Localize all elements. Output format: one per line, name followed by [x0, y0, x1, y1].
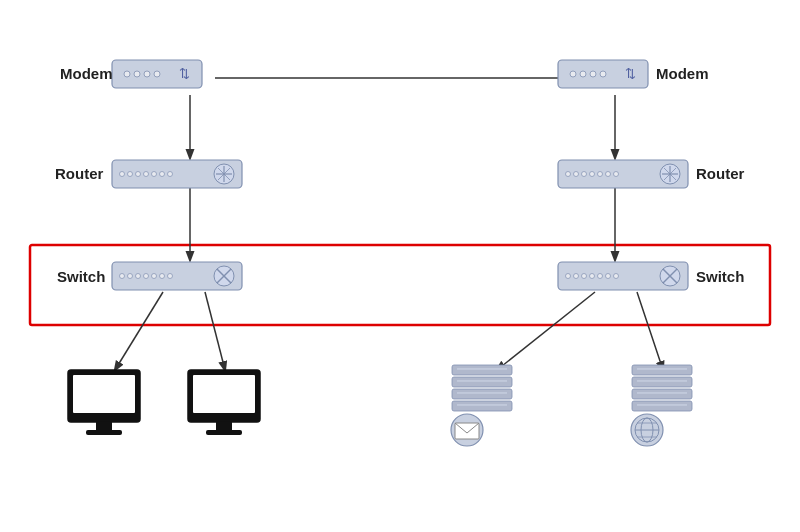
pc1-icon	[68, 370, 140, 435]
left-router-label: Router	[55, 165, 103, 182]
svg-point-9	[590, 71, 596, 77]
server2-icon	[631, 365, 692, 446]
svg-point-54	[598, 274, 603, 279]
svg-point-3	[144, 71, 150, 77]
svg-rect-71	[452, 401, 512, 411]
svg-point-41	[136, 274, 141, 279]
svg-point-18	[160, 172, 165, 177]
svg-point-52	[582, 274, 587, 279]
svg-text:⇅: ⇅	[625, 66, 636, 81]
arrow-left-switch-pc2	[205, 292, 225, 370]
svg-point-14	[128, 172, 133, 177]
svg-point-27	[574, 172, 579, 177]
left-switch-device	[112, 262, 242, 290]
svg-rect-66	[216, 422, 232, 430]
svg-rect-61	[73, 375, 135, 413]
arrow-left-switch-pc1	[115, 292, 163, 370]
svg-rect-63	[86, 430, 122, 435]
svg-point-55	[606, 274, 611, 279]
svg-point-40	[128, 274, 133, 279]
right-switch-device	[558, 262, 688, 290]
svg-rect-79	[632, 377, 692, 387]
svg-rect-69	[452, 377, 512, 387]
svg-rect-81	[632, 401, 692, 411]
svg-point-51	[574, 274, 579, 279]
network-diagram: ⇅ ⇅	[0, 0, 800, 532]
right-modem-label: Modem	[656, 65, 709, 82]
svg-point-2	[134, 71, 140, 77]
svg-point-43	[152, 274, 157, 279]
pc2-icon	[188, 370, 260, 435]
svg-point-17	[152, 172, 157, 177]
svg-point-42	[144, 274, 149, 279]
svg-rect-80	[632, 389, 692, 399]
svg-point-45	[168, 274, 173, 279]
right-router-label: Router	[696, 165, 744, 182]
svg-rect-68	[452, 365, 512, 375]
svg-rect-62	[96, 422, 112, 430]
svg-point-39	[120, 274, 125, 279]
left-modem-label: Modem	[60, 65, 113, 82]
svg-point-16	[144, 172, 149, 177]
svg-point-10	[600, 71, 606, 77]
server1-icon	[451, 365, 512, 446]
svg-rect-78	[632, 365, 692, 375]
svg-point-26	[566, 172, 571, 177]
svg-point-19	[168, 172, 173, 177]
svg-rect-67	[206, 430, 242, 435]
svg-point-1	[124, 71, 130, 77]
svg-point-31	[606, 172, 611, 177]
svg-rect-65	[193, 375, 255, 413]
svg-point-30	[598, 172, 603, 177]
svg-point-29	[590, 172, 595, 177]
svg-point-13	[120, 172, 125, 177]
svg-point-7	[570, 71, 576, 77]
right-modem-device: ⇅	[558, 60, 648, 88]
left-modem-device: ⇅	[112, 60, 202, 88]
svg-point-4	[154, 71, 160, 77]
right-router-device	[558, 160, 688, 188]
svg-rect-70	[452, 389, 512, 399]
svg-point-32	[614, 172, 619, 177]
diagram-svg: ⇅ ⇅	[0, 0, 800, 532]
left-router-device	[112, 160, 242, 188]
svg-point-53	[590, 274, 595, 279]
svg-point-15	[136, 172, 141, 177]
svg-point-50	[566, 274, 571, 279]
left-switch-label: Switch	[57, 268, 105, 285]
svg-text:⇅: ⇅	[179, 66, 190, 81]
svg-point-44	[160, 274, 165, 279]
svg-point-56	[614, 274, 619, 279]
arrow-right-switch-server2	[637, 292, 663, 370]
right-switch-label: Switch	[696, 268, 744, 285]
svg-point-28	[582, 172, 587, 177]
svg-point-8	[580, 71, 586, 77]
arrow-right-switch-server1	[497, 292, 595, 370]
